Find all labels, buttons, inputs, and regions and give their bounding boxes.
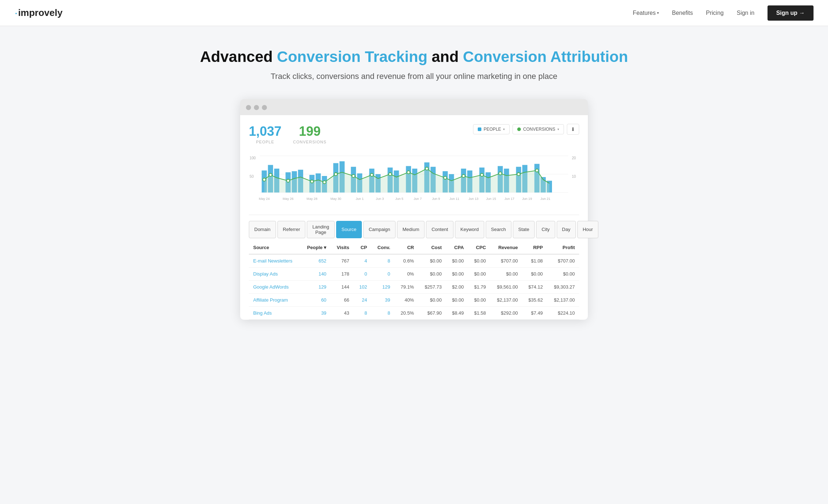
- features-link[interactable]: Features ▾: [633, 10, 659, 16]
- col-rpp: RPP: [522, 241, 547, 254]
- svg-point-48: [370, 173, 373, 176]
- col-cpa: CPA: [446, 241, 468, 254]
- table-row: Affiliate Program6066243940%$0.00$0.00$0…: [249, 293, 579, 306]
- source-link[interactable]: Display Ads: [253, 271, 278, 277]
- cell-cost: $257.73: [418, 280, 446, 293]
- source-link[interactable]: E-mail Newsletters: [253, 258, 292, 264]
- cell-rpp: $74.12: [522, 280, 547, 293]
- cell-people: 129: [301, 280, 331, 293]
- svg-text:10: 10: [572, 175, 576, 178]
- benefits-link[interactable]: Benefits: [672, 10, 693, 16]
- source-link[interactable]: Affiliate Program: [253, 297, 288, 303]
- chart-header: 1,037 PEOPLE 199 CONVERSIONS PEOPLE ▾: [249, 124, 579, 144]
- cell-cp: 8: [354, 306, 371, 319]
- browser-dots: [240, 105, 588, 115]
- source-link[interactable]: Google AdWords: [253, 284, 289, 290]
- svg-point-56: [517, 173, 520, 176]
- cell-cpa: $0.00: [446, 267, 468, 280]
- cell-source[interactable]: Bing Ads: [249, 306, 301, 319]
- table-header-row: Source People ▾ Visits CP Conv. CR Cost …: [249, 241, 579, 254]
- svg-point-47: [352, 175, 355, 177]
- logo-text: improvely: [18, 7, 63, 18]
- signin-link[interactable]: Sign in: [737, 10, 754, 16]
- pricing-link[interactable]: Pricing: [706, 10, 724, 16]
- nav-signup[interactable]: Sign up →: [768, 5, 814, 21]
- conversions-btn-label: CONVERSIONS: [523, 127, 555, 132]
- tab-search[interactable]: Search: [486, 221, 511, 238]
- cell-cp: 102: [354, 280, 371, 293]
- cell-revenue: $292.00: [490, 306, 522, 319]
- cell-cpa: $8.49: [446, 306, 468, 319]
- cell-conv: 8: [371, 306, 394, 319]
- col-visits: Visits: [331, 241, 354, 254]
- cell-people: 39: [301, 306, 331, 319]
- cell-cpc: $0.00: [468, 293, 490, 306]
- svg-text:Jun 19: Jun 19: [522, 197, 532, 201]
- svg-point-52: [444, 176, 447, 179]
- tab-content[interactable]: Content: [426, 221, 453, 238]
- cell-cpc: $1.58: [468, 306, 490, 319]
- tab-keyword[interactable]: Keyword: [455, 221, 484, 238]
- cell-conv: 129: [371, 280, 394, 293]
- cell-visits: 767: [331, 254, 354, 268]
- col-people[interactable]: People ▾: [301, 241, 331, 254]
- tab-day[interactable]: Day: [557, 221, 576, 238]
- tab-landing-page[interactable]: Landing Page: [307, 221, 334, 238]
- title-middle: and: [427, 48, 463, 65]
- col-cost: Cost: [418, 241, 446, 254]
- cell-cr: 20.5%: [394, 306, 418, 319]
- tab-campaign[interactable]: Campaign: [363, 221, 396, 238]
- cell-rpp: $35.62: [522, 293, 547, 306]
- nav-benefits[interactable]: Benefits: [672, 10, 693, 16]
- tab-hour[interactable]: Hour: [577, 221, 598, 238]
- hero-title: Advanced Conversion Tracking and Convers…: [14, 48, 814, 66]
- chart-svg: 100 50 20 10: [249, 148, 579, 207]
- cell-visits: 144: [331, 280, 354, 293]
- svg-text:Jun 13: Jun 13: [468, 197, 478, 201]
- svg-point-54: [480, 173, 483, 176]
- title-prefix: Advanced: [200, 48, 277, 65]
- cell-cr: 0%: [394, 267, 418, 280]
- signup-button[interactable]: Sign up →: [768, 5, 814, 21]
- download-button[interactable]: ⬇: [567, 124, 579, 135]
- cell-people: 652: [301, 254, 331, 268]
- svg-text:Jun 5: Jun 5: [395, 197, 403, 201]
- source-link[interactable]: Bing Ads: [253, 310, 272, 316]
- chart-stats: 1,037 PEOPLE 199 CONVERSIONS: [249, 124, 473, 144]
- cell-source[interactable]: E-mail Newsletters: [249, 254, 301, 268]
- tab-state[interactable]: State: [513, 221, 535, 238]
- svg-text:100: 100: [250, 156, 256, 160]
- cell-cpa: $0.00: [446, 254, 468, 268]
- cell-cp: 4: [354, 254, 371, 268]
- nav-pricing[interactable]: Pricing: [706, 10, 724, 16]
- cell-visits: 43: [331, 306, 354, 319]
- col-profit: Profit: [547, 241, 579, 254]
- tab-medium[interactable]: Medium: [397, 221, 425, 238]
- cell-cost: $0.00: [418, 267, 446, 280]
- col-cr: CR: [394, 241, 418, 254]
- tab-referrer[interactable]: Referrer: [277, 221, 306, 238]
- hero-section: Advanced Conversion Tracking and Convers…: [0, 26, 828, 334]
- logo[interactable]: · improvely: [14, 6, 63, 20]
- svg-point-55: [499, 172, 502, 175]
- cell-source[interactable]: Affiliate Program: [249, 293, 301, 306]
- tab-source[interactable]: Source: [336, 221, 362, 238]
- svg-point-50: [407, 171, 410, 174]
- cell-cr: 0.6%: [394, 254, 418, 268]
- cell-rpp: $7.49: [522, 306, 547, 319]
- svg-text:Jun 9: Jun 9: [432, 197, 440, 201]
- svg-text:May 26: May 26: [283, 197, 294, 201]
- cell-rpp: $1.08: [522, 254, 547, 268]
- nav-features[interactable]: Features ▾: [633, 10, 659, 16]
- people-chart-btn[interactable]: PEOPLE ▾: [473, 124, 510, 134]
- nav-signin[interactable]: Sign in: [737, 10, 754, 16]
- col-cpc: CPC: [468, 241, 490, 254]
- cell-source[interactable]: Google AdWords: [249, 280, 301, 293]
- tab-domain[interactable]: Domain: [249, 221, 276, 238]
- cell-source[interactable]: Display Ads: [249, 267, 301, 280]
- cell-revenue: $707.00: [490, 254, 522, 268]
- conversions-chevron-icon: ▾: [557, 127, 559, 131]
- conversions-chart-btn[interactable]: CONVERSIONS ▾: [513, 124, 564, 134]
- tab-city[interactable]: City: [536, 221, 555, 238]
- stat-conversions: 199 CONVERSIONS: [293, 124, 326, 144]
